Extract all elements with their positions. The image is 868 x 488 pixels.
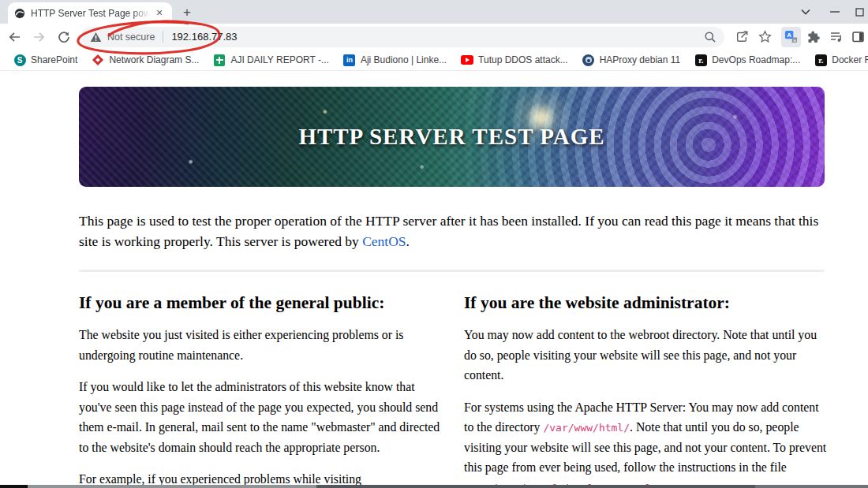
svg-text:A: A (787, 32, 791, 39)
drawio-icon (92, 54, 104, 66)
bookmark-haproxy[interactable]: HAProxy debian 11 (575, 51, 688, 69)
google-sheets-icon (213, 54, 226, 66)
public-paragraph-3: For example, if you experienced problems… (79, 469, 442, 485)
reload-button[interactable] (54, 27, 74, 47)
browser-toolbar: Not secure 192.168.77.83 (0, 24, 868, 50)
public-paragraph-1: The website you just visited is either e… (79, 325, 442, 365)
extensions-puzzle-icon[interactable] (803, 27, 823, 47)
bookmark-network-diagram[interactable]: Network Diagram S... (84, 51, 206, 69)
tab-title: HTTP Server Test Page powered (31, 8, 150, 19)
bookmark-linkedin[interactable]: in Aji Budiono | Linke... (336, 51, 454, 69)
test-page-banner-image: HTTP SERVER TEST PAGE (79, 87, 825, 187)
website-administrator-column: If you are the website administrator: Yo… (464, 293, 827, 485)
not-secure-warning-icon[interactable] (90, 32, 102, 43)
general-public-column: If you are a member of the general publi… (79, 293, 442, 485)
horizontal-divider (79, 270, 825, 272)
omnibox-divider (163, 31, 163, 43)
share-icon[interactable] (732, 27, 752, 47)
minimize-button[interactable] (819, 0, 851, 24)
side-panel-icon[interactable] (848, 27, 868, 47)
google-translate-icon[interactable]: A a (781, 27, 801, 47)
intro-paragraph: This page is used to test the proper ope… (79, 210, 827, 252)
apache-webroot-path-code: /var/www/html/ (543, 422, 630, 434)
browser-tab[interactable]: HTTP Server Test Page powered ✕ (8, 2, 172, 24)
admin-paragraph-1: You may now add content to the webroot d… (464, 325, 827, 386)
forward-button[interactable] (29, 27, 49, 47)
roadmap-icon: r. (814, 54, 827, 66)
maximize-button[interactable] (851, 0, 868, 24)
youtube-icon (461, 54, 473, 66)
roadmap-icon: r. (694, 54, 707, 66)
public-column-heading: If you are a member of the general publi… (79, 293, 442, 313)
address-bar[interactable]: Not secure 192.168.77.83 (80, 27, 724, 47)
linkedin-icon: in (343, 54, 356, 66)
bookmark-docker-roadmap[interactable]: r. Docker Roadmap -... (807, 51, 868, 69)
two-column-section: If you are a member of the general publi… (79, 293, 827, 485)
media-playlist-icon[interactable] (825, 27, 845, 47)
bookmark-youtube-ddos[interactable]: Tutup DDOS attack... (454, 51, 575, 69)
page-favicon-globe-icon (14, 8, 25, 19)
bookmark-star-icon[interactable] (754, 27, 774, 47)
security-label[interactable]: Not secure (107, 32, 155, 43)
bookmark-devops-roadmap[interactable]: r. DevOps Roadmap:... (687, 51, 807, 69)
sharepoint-icon: S (13, 54, 26, 66)
svg-text:a: a (793, 37, 796, 43)
admin-paragraph-2: For systems using the Apache HTTP Server… (464, 397, 827, 485)
banner-title: HTTP SERVER TEST PAGE (79, 87, 825, 187)
url-text[interactable]: 192.168.77.83 (171, 31, 237, 43)
bookmarks-bar: S SharePoint Network Diagram S... AJI DA… (0, 50, 868, 71)
browser-window: HTTP Server Test Page powered ✕ + (0, 0, 868, 488)
new-tab-button[interactable]: + (180, 6, 194, 20)
public-paragraph-2: If you would like to let the administrat… (79, 377, 442, 457)
web-page-viewport: HTTP SERVER TEST PAGE This page is used … (0, 72, 868, 485)
haproxy-icon (582, 54, 595, 66)
tab-close-icon[interactable]: ✕ (153, 8, 166, 18)
bookmark-sharepoint[interactable]: S SharePoint (6, 51, 84, 69)
admin-column-heading: If you are the website administrator: (464, 293, 827, 313)
tab-strip: HTTP Server Test Page powered ✕ + (0, 0, 868, 24)
tab-search-chevron-icon[interactable] (792, 0, 819, 24)
centos-link[interactable]: CentOS (362, 233, 406, 249)
zoom-level-icon[interactable] (704, 31, 716, 43)
back-button[interactable] (5, 27, 24, 47)
window-controls (792, 0, 868, 24)
bookmark-aji-daily-report[interactable]: AJI DAILY REPORT -... (206, 51, 335, 69)
taskbar-edge-sliver (0, 485, 868, 488)
